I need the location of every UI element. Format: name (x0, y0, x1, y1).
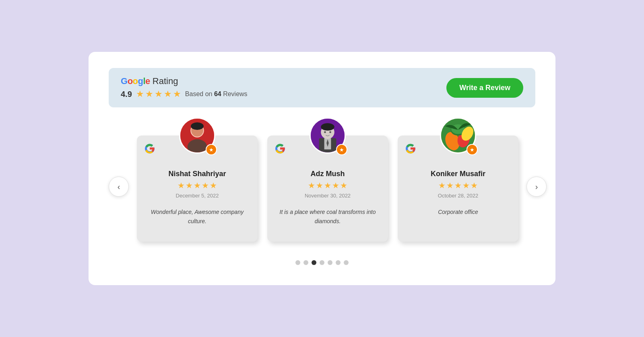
carousel-dots (109, 260, 535, 265)
card-content-3: Koniker Musafir ★ ★ ★ ★ ★ October 28, 20… (431, 170, 485, 216)
avatar-wrapper-3: ★ (440, 117, 476, 154)
review-text-1: Wonderful place, Awesome company culture… (149, 208, 246, 226)
svg-point-11 (324, 131, 326, 133)
carousel-next-button[interactable]: › (526, 177, 547, 197)
dot-3[interactable] (312, 260, 316, 265)
verified-badge-2: ★ (336, 144, 347, 155)
card-stars-1: ★ ★ ★ ★ ★ (178, 181, 217, 190)
star-5: ★ (173, 89, 181, 99)
rating-detail: 4.9 ★ ★ ★ ★ ★ Based on 64 Reviews (121, 89, 248, 99)
header-stars: ★ ★ ★ ★ ★ (136, 89, 181, 99)
review-date-1: December 5, 2022 (176, 193, 219, 199)
review-date-3: October 28, 2022 (438, 193, 478, 199)
google-logo: Google (121, 76, 150, 86)
carousel-wrapper: ‹ (109, 127, 535, 246)
star-4: ★ (164, 89, 172, 99)
rating-label: Rating (153, 76, 178, 86)
svg-point-12 (329, 131, 331, 133)
google-icon-3 (405, 143, 416, 156)
dot-7[interactable] (344, 260, 349, 265)
google-icon-1 (144, 143, 155, 156)
review-card-1: ★ Nishat Shahriyar ★ ★ (137, 136, 258, 242)
write-review-button[interactable]: Write a Review (446, 78, 523, 98)
rating-left: Google Rating 4.9 ★ ★ ★ ★ ★ Based on 64 … (121, 76, 248, 99)
card-stars-2: ★ ★ ★ ★ ★ (308, 181, 347, 190)
svg-point-4 (191, 122, 204, 130)
reviewer-name-2: Adz Mush (311, 170, 345, 178)
card-content-1: Nishat Shahriyar ★ ★ ★ ★ ★ December 5, 2… (149, 170, 246, 226)
star-3: ★ (155, 89, 163, 99)
reviewer-name-1: Nishat Shahriyar (168, 170, 226, 178)
avatar-wrapper-1: ★ (179, 117, 215, 154)
review-date-2: November 30, 2022 (305, 193, 351, 199)
dot-6[interactable] (336, 260, 341, 265)
google-icon-2 (275, 143, 286, 156)
dot-4[interactable] (320, 260, 324, 265)
google-rating-title: Google Rating (121, 76, 248, 86)
avatar-wrapper-2: ★ (310, 117, 346, 154)
review-card-3: ★ Koniker Musafir ★ ★ (398, 136, 518, 242)
review-text-2: It is a place where coal transforms into… (279, 208, 376, 226)
main-container: Google Rating 4.9 ★ ★ ★ ★ ★ Based on 64 … (89, 52, 555, 285)
reviews-text: Based on 64 Reviews (185, 90, 248, 98)
verified-badge-3: ★ (466, 144, 478, 155)
review-text-3: Corporate office (438, 208, 478, 216)
star-2: ★ (145, 89, 153, 99)
verified-badge-1: ★ (206, 144, 217, 155)
rating-value: 4.9 (121, 90, 132, 99)
carousel-prev-button[interactable]: ‹ (109, 177, 129, 197)
star-1: ★ (136, 89, 144, 99)
cards-row: ★ Nishat Shahriyar ★ ★ (129, 127, 526, 246)
rating-bar: Google Rating 4.9 ★ ★ ★ ★ ★ Based on 64 … (109, 68, 535, 107)
dot-5[interactable] (328, 260, 332, 265)
review-card-2: ★ Adz Mush ★ ★ (267, 136, 388, 242)
reviewer-name-3: Koniker Musafir (431, 170, 485, 178)
card-content-2: Adz Mush ★ ★ ★ ★ ★ November 30, 2022 It … (279, 170, 376, 226)
dot-1[interactable] (295, 260, 300, 265)
card-stars-3: ★ ★ ★ ★ ★ (438, 181, 478, 190)
svg-point-10 (321, 123, 334, 131)
dot-2[interactable] (303, 260, 308, 265)
